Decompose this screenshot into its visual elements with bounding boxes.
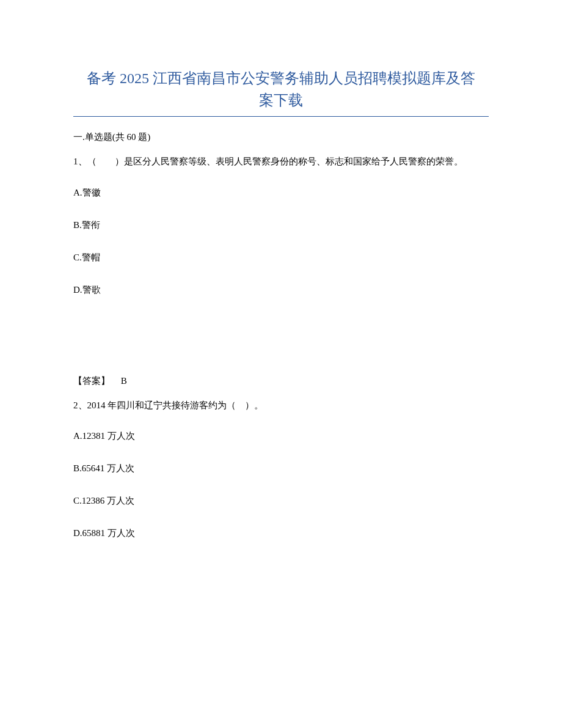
section-header: 一.单选题(共 60 题)	[73, 131, 489, 143]
question-2-option-d: D.65881 万人次	[73, 528, 489, 539]
question-1-option-a: A.警徽	[73, 187, 489, 199]
question-2-option-c: C.12386 万人次	[73, 495, 489, 507]
question-1-option-b: B.警衔	[73, 219, 489, 231]
question-2-text: 2、2014 年四川和辽宁共接待游客约为（ ）。	[73, 398, 489, 414]
question-1-option-d: D.警歌	[73, 284, 489, 296]
document-title: 备考 2025 江西省南昌市公安警务辅助人员招聘模拟题库及答案下载	[73, 67, 489, 116]
answer-label: 【答案】	[73, 376, 110, 386]
question-1-answer: 【答案】 B	[73, 375, 489, 387]
question-2-option-a: A.12381 万人次	[73, 430, 489, 442]
question-1-option-c: C.警帽	[73, 252, 489, 263]
title-underline	[73, 116, 489, 117]
question-2-option-b: B.65641 万人次	[73, 463, 489, 474]
question-1-text: 1、（ ）是区分人民警察等级、表明人民警察身份的称号、标志和国家给予人民警察的荣…	[73, 154, 489, 170]
answer-value: B	[121, 376, 127, 386]
